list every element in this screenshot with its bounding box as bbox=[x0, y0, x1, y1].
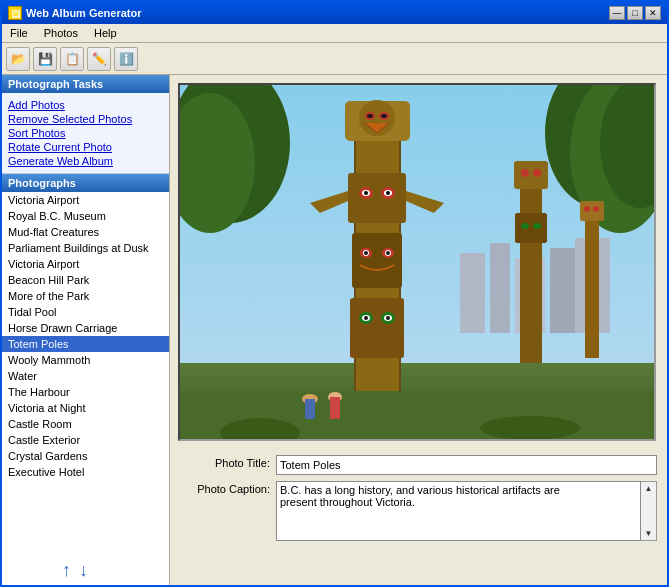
svg-point-39 bbox=[364, 316, 368, 320]
photo-item-7[interactable]: Tidal Pool bbox=[2, 304, 169, 320]
app-window: 🖼 Web Album Generator — □ ✕ File Photos … bbox=[0, 0, 669, 587]
svg-rect-41 bbox=[520, 163, 542, 363]
photo-canvas bbox=[178, 83, 656, 441]
task-rotate-photo[interactable]: Rotate Current Photo bbox=[8, 141, 163, 153]
svg-point-18 bbox=[367, 114, 373, 118]
nav-down-arrow[interactable]: ↓ bbox=[79, 560, 88, 581]
title-label: Photo Title: bbox=[180, 455, 270, 469]
menu-bar: File Photos Help bbox=[2, 24, 667, 43]
minimize-button[interactable]: — bbox=[609, 6, 625, 20]
menu-photos[interactable]: Photos bbox=[40, 26, 82, 40]
photo-item-15[interactable]: Castle Exterior bbox=[2, 432, 169, 448]
scroll-down-arrow[interactable]: ▼ bbox=[643, 527, 655, 540]
photo-item-10[interactable]: Wooly Mammoth bbox=[2, 352, 169, 368]
svg-rect-49 bbox=[580, 201, 604, 221]
toolbar-edit-btn[interactable]: ✏️ bbox=[87, 47, 111, 71]
svg-point-33 bbox=[386, 251, 390, 255]
caption-label: Photo Caption: bbox=[180, 481, 270, 495]
caption-wrap: ▲ ▼ bbox=[276, 481, 657, 541]
photo-item-1[interactable]: Royal B.C. Museum bbox=[2, 208, 169, 224]
photo-details-form: Photo Title: Photo Caption: ▲ ▼ bbox=[170, 449, 667, 547]
svg-rect-56 bbox=[330, 397, 340, 419]
svg-rect-8 bbox=[490, 243, 510, 333]
svg-point-25 bbox=[364, 191, 368, 195]
svg-rect-42 bbox=[514, 161, 548, 189]
nav-arrows: ↑ ↓ bbox=[2, 556, 169, 585]
task-sort-photos[interactable]: Sort Photos bbox=[8, 127, 163, 139]
photo-item-14[interactable]: Castle Room bbox=[2, 416, 169, 432]
svg-point-47 bbox=[533, 223, 541, 229]
svg-point-43 bbox=[521, 169, 529, 177]
task-remove-photos[interactable]: Remove Selected Photos bbox=[8, 113, 163, 125]
photo-item-8[interactable]: Horse Drawn Carriage bbox=[2, 320, 169, 336]
photo-item-4[interactable]: Victoria Airport bbox=[2, 256, 169, 272]
task-add-photos[interactable]: Add Photos bbox=[8, 99, 163, 111]
nav-up-arrow[interactable]: ↑ bbox=[62, 560, 71, 581]
photo-item-11[interactable]: Water bbox=[2, 368, 169, 384]
svg-point-50 bbox=[584, 206, 590, 212]
tasks-header: Photograph Tasks bbox=[2, 75, 169, 93]
photos-header: Photographs bbox=[2, 174, 169, 192]
svg-rect-34 bbox=[350, 298, 404, 358]
scroll-up-arrow[interactable]: ▲ bbox=[643, 482, 655, 495]
svg-rect-27 bbox=[352, 233, 402, 288]
toolbar-info-btn[interactable]: ℹ️ bbox=[114, 47, 138, 71]
svg-point-58 bbox=[480, 416, 580, 440]
svg-point-32 bbox=[364, 251, 368, 255]
title-row: Photo Title: bbox=[180, 455, 657, 475]
menu-file[interactable]: File bbox=[6, 26, 32, 40]
photo-item-12[interactable]: The Harbour bbox=[2, 384, 169, 400]
photo-title-input[interactable] bbox=[276, 455, 657, 475]
tasks-section: Add Photos Remove Selected Photos Sort P… bbox=[2, 93, 169, 174]
photo-item-9[interactable]: Totem Poles bbox=[2, 336, 169, 352]
app-icon: 🖼 bbox=[8, 6, 22, 20]
toolbar: 📂 💾 📋 ✏️ ℹ️ bbox=[2, 43, 667, 75]
photo-item-13[interactable]: Victoria at Night bbox=[2, 400, 169, 416]
svg-point-19 bbox=[381, 114, 387, 118]
photo-item-5[interactable]: Beacon Hill Park bbox=[2, 272, 169, 288]
caption-scrollbar[interactable]: ▲ ▼ bbox=[641, 481, 657, 541]
photo-item-6[interactable]: More of the Park bbox=[2, 288, 169, 304]
photo-display bbox=[170, 75, 667, 449]
sidebar: Photograph Tasks Add Photos Remove Selec… bbox=[2, 75, 170, 585]
main-content: Photograph Tasks Add Photos Remove Selec… bbox=[2, 75, 667, 585]
svg-rect-45 bbox=[515, 213, 547, 243]
svg-point-44 bbox=[533, 169, 541, 177]
photo-item-0[interactable]: Victoria Airport bbox=[2, 192, 169, 208]
title-bar-left: 🖼 Web Album Generator bbox=[8, 6, 142, 20]
photo-item-16[interactable]: Crystal Gardens bbox=[2, 448, 169, 464]
photo-item-2[interactable]: Mud-flat Creatures bbox=[2, 224, 169, 240]
title-bar: 🖼 Web Album Generator — □ ✕ bbox=[2, 2, 667, 24]
svg-rect-54 bbox=[305, 399, 315, 419]
svg-rect-10 bbox=[550, 248, 575, 333]
window-title: Web Album Generator bbox=[26, 7, 142, 19]
svg-rect-48 bbox=[585, 203, 599, 358]
toolbar-copy-btn[interactable]: 📋 bbox=[60, 47, 84, 71]
svg-rect-7 bbox=[460, 253, 485, 333]
close-button[interactable]: ✕ bbox=[645, 6, 661, 20]
photos-list: Victoria Airport Royal B.C. Museum Mud-f… bbox=[2, 192, 169, 556]
maximize-button[interactable]: □ bbox=[627, 6, 643, 20]
caption-row: Photo Caption: ▲ ▼ bbox=[180, 481, 657, 541]
task-generate-album[interactable]: Generate Web Album bbox=[8, 155, 163, 167]
svg-point-46 bbox=[521, 223, 529, 229]
toolbar-open-btn[interactable]: 📂 bbox=[6, 47, 30, 71]
svg-point-26 bbox=[386, 191, 390, 195]
window-controls: — □ ✕ bbox=[609, 6, 661, 20]
photo-item-3[interactable]: Parliament Buildings at Dusk bbox=[2, 240, 169, 256]
svg-point-40 bbox=[386, 316, 390, 320]
menu-help[interactable]: Help bbox=[90, 26, 121, 40]
toolbar-save-btn[interactable]: 💾 bbox=[33, 47, 57, 71]
photo-item-17[interactable]: Executive Hotel bbox=[2, 464, 169, 480]
svg-point-51 bbox=[593, 206, 599, 212]
photo-caption-textarea[interactable] bbox=[276, 481, 641, 541]
right-content: Photo Title: Photo Caption: ▲ ▼ bbox=[170, 75, 667, 585]
svg-rect-20 bbox=[348, 173, 406, 223]
photo-svg bbox=[180, 83, 654, 441]
